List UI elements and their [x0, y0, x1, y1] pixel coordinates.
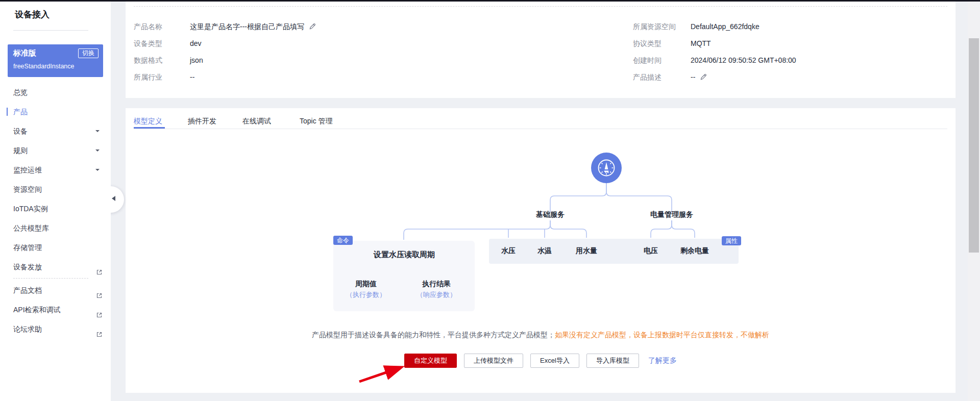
instance-name: freeStandardInstance	[13, 63, 75, 70]
scrollbar-track[interactable]	[968, 2, 980, 401]
scrollbar-thumb[interactable]	[969, 38, 979, 253]
property-node-water-temperature: 水温	[537, 246, 552, 256]
model-description-warning: 如果没有定义产品模型，设备上报数据时平台仅直接转发，不做解析	[555, 331, 769, 339]
collapse-left-icon[interactable]	[112, 196, 115, 201]
sidebar-item-rules[interactable]: 规则	[0, 141, 111, 160]
property-node-water-pressure: 水压	[501, 246, 516, 256]
product-fields-right: 所属资源空间DefaultApp_662fdqke 协议类型MQTT 创建时间2…	[633, 18, 796, 86]
property-tag: 属性	[722, 236, 741, 245]
model-description-text: 产品模型用于描述设备具备的能力和特性，平台提供多种方式定义产品模型；	[312, 331, 555, 339]
field-data-format: 数据格式json	[134, 52, 316, 69]
instance-card: 标准版 切换 freeStandardInstance	[8, 44, 103, 77]
sidebar-item-overview[interactable]: 总览	[0, 83, 111, 102]
field-resource-space: 所属资源空间DefaultApp_662fdqke	[633, 18, 796, 35]
property-node-voltage: 电压	[644, 246, 658, 256]
chevron-down-icon	[95, 149, 100, 154]
product-fields-left: 产品名称这里是产品名字---根据自己产品填写 设备类型dev 数据格式json …	[134, 18, 316, 86]
property-node-water-usage: 用水量	[576, 246, 597, 256]
param-role-response: （响应参数）	[416, 290, 456, 299]
sidebar-item-product[interactable]: 产品	[0, 102, 111, 121]
sidebar-item-device-provisioning[interactable]: 设备发放	[0, 257, 111, 277]
edit-pencil-icon[interactable]	[700, 70, 707, 87]
model-action-buttons: 自定义模型 上传模型文件 Excel导入 导入库模型 了解更多	[126, 354, 955, 368]
model-definition-card: 模型定义 插件开发 在线调试 Topic 管理	[126, 108, 955, 393]
product-info-card: 产品名称这里是产品名字---根据自己产品填写 设备类型dev 数据格式json …	[126, 2, 955, 98]
chevron-down-icon	[95, 130, 100, 134]
param-node-period-value: 周期值	[355, 280, 377, 289]
sidebar-title: 设备接入	[15, 9, 50, 20]
field-industry: 所属行业--	[134, 69, 316, 86]
card-dashed-border	[134, 6, 947, 7]
sidebar-item-resource-space[interactable]: 资源空间	[0, 180, 111, 199]
sidebar: 设备接入 标准版 切换 freeStandardInstance 总览 产品 设…	[0, 2, 111, 401]
sidebar-item-monitoring[interactable]: 监控运维	[0, 160, 111, 180]
sidebar-item-api-explorer[interactable]: API检索和调试	[0, 300, 111, 319]
edit-pencil-icon[interactable]	[309, 19, 316, 36]
field-protocol-type: 协议类型MQTT	[633, 35, 796, 52]
learn-more-link[interactable]: 了解更多	[648, 356, 677, 365]
sidebar-dashed-divider	[13, 278, 88, 279]
sidebar-item-iotda-instance[interactable]: IoTDA实例	[0, 199, 111, 218]
sidebar-item-storage-management[interactable]: 存储管理	[0, 238, 111, 257]
field-product-name: 产品名称这里是产品名字---根据自己产品填写	[134, 18, 316, 35]
window-top-edge	[0, 0, 980, 2]
property-node-remaining-power: 剩余电量	[680, 246, 709, 256]
param-role-exec: （执行参数）	[346, 290, 386, 299]
custom-model-button[interactable]: 自定义模型	[404, 354, 457, 368]
external-link-icon	[96, 325, 103, 345]
command-node-name: 设置水压读取周期	[374, 250, 435, 260]
service-node-basic: 基础服务	[536, 210, 565, 219]
active-indicator	[7, 108, 8, 116]
model-description: 产品模型用于描述设备具备的能力和特性，平台提供多种方式定义产品模型；如果没有定义…	[126, 331, 955, 340]
sidebar-item-device[interactable]: 设备	[0, 121, 111, 141]
sidebar-item-forum-help[interactable]: 论坛求助	[0, 319, 111, 339]
sidebar-nav: 总览 产品 设备 规则 监控运维 资源空间 IoTDA实例 公共模型库 存储管理	[0, 83, 111, 339]
field-device-type: 设备类型dev	[134, 35, 316, 52]
chevron-down-icon	[95, 169, 100, 173]
service-node-power: 电量管理服务	[650, 210, 693, 219]
meter-gauge-icon	[599, 160, 615, 176]
sidebar-item-public-model-library[interactable]: 公共模型库	[0, 218, 111, 238]
param-node-exec-result: 执行结果	[422, 280, 451, 289]
external-link-icon	[96, 263, 103, 283]
import-library-model-button[interactable]: 导入库模型	[586, 354, 639, 368]
upload-model-file-button[interactable]: 上传模型文件	[464, 354, 523, 368]
sidebar-item-product-docs[interactable]: 产品文档	[0, 281, 111, 300]
instance-switch-button[interactable]: 切换	[78, 48, 99, 58]
command-tag: 命令	[333, 236, 353, 245]
excel-import-button[interactable]: Excel导入	[530, 354, 579, 368]
iot-console-page: 设备接入 标准版 切换 freeStandardInstance 总览 产品 设…	[0, 0, 980, 401]
red-annotation-arrow	[359, 367, 401, 382]
root-node	[591, 153, 622, 183]
instance-edition: 标准版	[13, 48, 36, 58]
sidebar-divider	[13, 30, 88, 31]
field-created-time: 创建时间2024/06/12 09:50:52 GMT+08:00	[633, 52, 796, 69]
field-product-description: 产品描述--	[633, 69, 796, 86]
